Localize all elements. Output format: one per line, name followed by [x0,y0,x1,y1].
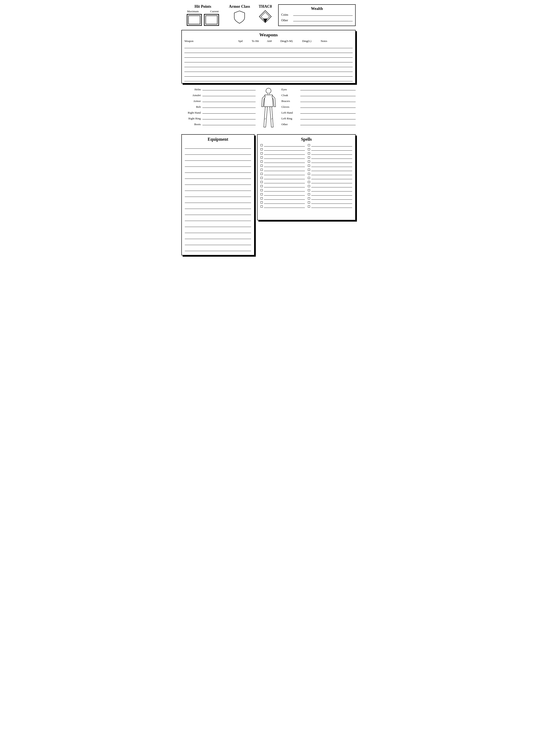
spell-row[interactable] [308,181,352,183]
equipment-line[interactable] [185,144,251,149]
spell-checkbox[interactable] [261,189,263,191]
spell-checkbox[interactable] [308,197,310,199]
hp-max-box[interactable] [187,14,202,26]
spell-checkbox[interactable] [261,165,263,167]
equipment-line[interactable] [185,192,251,197]
spell-checkbox[interactable] [261,152,263,154]
weapon-row[interactable] [185,58,352,62]
slot-helm-input[interactable] [202,87,256,90]
spell-row[interactable] [261,177,305,179]
spell-line[interactable] [264,205,305,208]
spell-line[interactable] [311,181,352,183]
spell-line[interactable] [311,177,352,179]
spell-line[interactable] [264,148,305,151]
spell-row[interactable] [308,201,352,204]
slot-cloak-input[interactable] [300,93,356,96]
spell-row[interactable] [308,189,352,191]
spell-row[interactable] [261,152,305,155]
spell-row[interactable] [261,173,305,175]
spell-checkbox[interactable] [261,177,263,179]
spell-line[interactable] [311,197,352,200]
spell-row[interactable] [308,169,352,171]
spell-row[interactable] [261,169,305,171]
spell-line[interactable] [264,201,305,204]
other-input[interactable] [293,18,352,21]
spell-row[interactable] [261,193,305,196]
equipment-line[interactable] [185,235,251,239]
spell-line[interactable] [264,169,305,171]
spell-row[interactable] [261,156,305,159]
weapon-row[interactable] [185,67,352,72]
slot-amulet-input[interactable] [202,93,256,96]
spell-line[interactable] [264,156,305,159]
coins-input[interactable] [293,13,352,16]
spell-row[interactable] [261,185,305,187]
spell-line[interactable] [264,197,305,200]
spell-line[interactable] [311,189,352,191]
equipment-line[interactable] [185,186,251,191]
spell-checkbox[interactable] [308,185,310,187]
equipment-line[interactable] [185,180,251,185]
weapon-row[interactable] [185,53,352,58]
equipment-line[interactable] [185,175,251,179]
equipment-line[interactable] [185,223,251,227]
spell-checkbox[interactable] [308,201,310,204]
spell-checkbox[interactable] [308,169,310,171]
spell-line[interactable] [311,201,352,204]
equipment-line[interactable] [185,241,251,245]
spell-checkbox[interactable] [261,156,263,159]
spell-row[interactable] [308,148,352,151]
spell-row[interactable] [308,185,352,187]
spell-line[interactable] [311,173,352,175]
spell-checkbox[interactable] [261,161,263,163]
spell-line[interactable] [264,152,305,155]
spell-row[interactable] [261,160,305,163]
spell-line[interactable] [264,185,305,187]
spell-checkbox[interactable] [308,144,310,146]
spell-line[interactable] [264,181,305,183]
spell-row[interactable] [261,181,305,183]
weapon-row[interactable] [185,76,352,81]
spell-checkbox[interactable] [261,185,263,187]
spell-line[interactable] [264,189,305,191]
spell-line[interactable] [311,152,352,155]
slot-right-ring-input[interactable] [202,116,256,119]
hp-current-box[interactable] [204,14,219,26]
equipment-line[interactable] [185,150,251,155]
weapon-row[interactable] [185,48,352,53]
spell-row[interactable] [308,205,352,208]
spell-line[interactable] [264,193,305,196]
spell-row[interactable] [308,164,352,167]
equipment-line[interactable] [185,156,251,161]
spell-checkbox[interactable] [261,197,263,199]
spell-line[interactable] [264,177,305,179]
slot-other-input[interactable] [300,122,356,125]
spell-row[interactable] [261,144,305,146]
equipment-line[interactable] [185,211,251,215]
spell-row[interactable] [308,193,352,196]
spell-line[interactable] [311,148,352,151]
spell-line[interactable] [264,173,305,175]
spell-checkbox[interactable] [308,161,310,163]
spell-row[interactable] [308,160,352,163]
spell-checkbox[interactable] [308,148,310,150]
equipment-line[interactable] [185,247,251,251]
spell-checkbox[interactable] [261,201,263,204]
spell-line[interactable] [311,160,352,163]
spell-line[interactable] [311,205,352,208]
spell-checkbox[interactable] [261,169,263,171]
equipment-line[interactable] [185,162,251,167]
equipment-line[interactable] [185,169,251,173]
spell-line[interactable] [311,169,352,171]
slot-eyes-input[interactable] [300,87,356,90]
slot-gloves-input[interactable] [300,105,356,108]
spell-checkbox[interactable] [308,173,310,175]
spell-row[interactable] [261,201,305,204]
spell-checkbox[interactable] [308,181,310,183]
spell-row[interactable] [308,144,352,146]
spell-row[interactable] [261,189,305,191]
spell-row[interactable] [308,156,352,159]
weapon-row[interactable] [185,43,352,48]
spell-row[interactable] [308,152,352,155]
weapon-row[interactable] [185,72,352,76]
